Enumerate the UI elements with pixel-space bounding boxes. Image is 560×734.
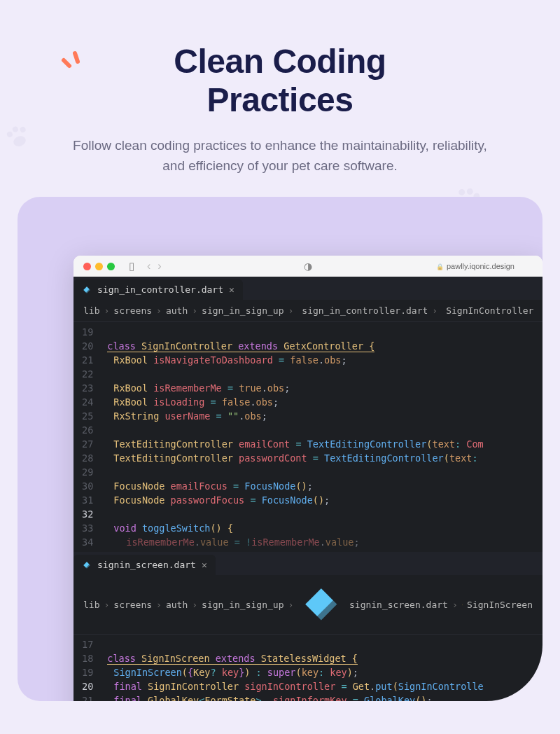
code-line[interactable]: RxBool isLoading = false.obs; [100,395,542,409]
breadcrumb-segment[interactable]: sign_in_controller.dart [302,305,428,316]
tab-label: signin_screen.dart [97,560,196,570]
chevron-right-icon: › [104,305,109,316]
tab-close-icon[interactable]: ✕ [229,284,234,295]
window-minimize-button[interactable] [95,263,103,270]
editor-pane-1: sign_in_controller.dart✕lib›screens›auth… [74,277,542,552]
line-number: 20 [82,679,93,693]
address-bar-url[interactable]: pawlly.iqonic.design [436,262,514,270]
chevron-right-icon: › [192,305,197,316]
code-line[interactable]: TextEditingController passwordCont = Tex… [100,451,542,465]
code-line[interactable]: FocusNode passwordFocus = FocusNode(); [100,493,542,507]
file-tab[interactable]: signin_screen.dart✕ [74,555,216,575]
line-number: 28 [82,451,93,465]
chevron-right-icon: › [288,600,293,610]
code-line[interactable]: final SignInController signInController … [100,679,542,693]
code-line[interactable]: isRememberMe.value = !isRememberMe.value… [100,535,542,549]
dart-file-icon [298,581,345,628]
code-line[interactable]: void toggleSwitch() { [100,521,542,535]
code-line[interactable] [100,325,542,339]
code-line[interactable]: RxBool isNavigateToDashboard = false.obs… [100,353,542,367]
line-number: 22 [82,367,93,381]
breadcrumb-segment[interactable]: auth [166,305,188,316]
line-number: 21 [82,693,93,701]
chevron-right-icon: › [452,600,458,610]
line-number: 18 [82,651,93,665]
line-number: 31 [82,493,93,507]
svg-point-4 [458,188,465,196]
line-number-gutter: 19202122232425262728293031323334 [74,322,100,552]
code-line[interactable]: class SignInController extends GetxContr… [100,339,542,353]
line-number: 27 [82,437,93,451]
code-area[interactable]: 19202122232425262728293031323334class Si… [74,322,542,552]
code-line[interactable]: RxString userName = "".obs; [100,409,542,423]
svg-point-5 [466,188,474,195]
chevron-right-icon: › [156,305,162,316]
svg-point-1 [12,126,19,133]
code-line[interactable]: SignInScreen({Key? key}) : super(key: ke… [100,665,542,679]
line-number-gutter: 1718192021222324 [74,635,100,701]
breadcrumb-segment[interactable]: lib [83,305,99,316]
file-tab[interactable]: sign_in_controller.dart✕ [74,279,243,300]
code-body[interactable]: class SignInScreen extends StatelessWidg… [100,635,542,701]
tab-bar: sign_in_controller.dart✕ [74,277,542,300]
line-number: 17 [82,637,93,651]
line-number: 30 [82,479,93,493]
breadcrumb-segment[interactable]: sign_in_sign_up [202,305,284,316]
code-line[interactable] [100,637,542,651]
code-line[interactable]: TextEditingController emailCont = TextEd… [100,437,542,451]
code-area[interactable]: 1718192021222324class SignInScreen exten… [74,635,542,701]
line-number: 23 [82,381,93,395]
title-line-2: Practices [207,81,354,118]
title-line-1: Clean Coding [174,43,386,80]
chevron-right-icon: › [104,600,109,610]
sidebar-toggle-icon[interactable]: ▯ [129,260,134,272]
line-number: 32 [82,507,93,521]
line-number: 33 [82,521,93,535]
nav-back-icon[interactable]: ‹ [147,260,150,272]
code-line[interactable] [100,465,542,479]
line-number: 20 [82,339,93,353]
code-line[interactable] [100,367,542,381]
chevron-right-icon: › [288,305,293,316]
shield-icon[interactable]: ◑ [304,261,312,272]
page-subtitle: Follow clean coding practices to enhance… [42,136,518,176]
code-line[interactable]: FocusNode emailFocus = FocusNode(); [100,479,542,493]
breadcrumb-segment[interactable]: screens [113,600,152,610]
chevron-right-icon: › [156,600,162,610]
line-number: 21 [82,353,93,367]
svg-point-2 [20,126,27,133]
breadcrumb-segment[interactable]: SignInController [446,305,533,316]
nav-forward-icon[interactable]: › [158,260,161,272]
line-number: 19 [82,325,93,339]
line-number: 19 [82,665,93,679]
code-line[interactable]: final GlobalKey<FormState> _signInformKe… [100,693,542,701]
editor-card: ▯ ‹ › ◑ pawlly.iqonic.design sign_in_con… [18,197,542,701]
code-body[interactable]: class SignInController extends GetxContr… [100,322,542,552]
breadcrumb: lib›screens›auth›sign_in_sign_up›signin_… [74,575,542,635]
editor-pane-2: signin_screen.dart✕lib›screens›auth›sign… [74,552,542,701]
code-line[interactable]: RxBool isRememberMe = true.obs; [100,381,542,395]
editor-window: ▯ ‹ › ◑ pawlly.iqonic.design sign_in_con… [74,256,542,701]
code-line[interactable] [100,423,542,437]
tab-label: sign_in_controller.dart [97,284,223,295]
breadcrumb-segment[interactable]: sign_in_sign_up [202,600,284,610]
code-line[interactable]: class SignInScreen extends StatelessWidg… [100,651,542,665]
breadcrumb-segment[interactable]: auth [166,600,188,610]
breadcrumb-segment[interactable]: SignInScreen [467,600,533,610]
chevron-right-icon: › [432,305,438,316]
breadcrumb-segment[interactable]: signin_screen.dart [349,600,448,610]
tab-close-icon[interactable]: ✕ [202,560,207,570]
window-close-button[interactable] [83,263,91,270]
line-number: 29 [82,465,93,479]
line-number: 24 [82,395,93,409]
chevron-right-icon: › [192,600,197,610]
page-title: Clean Coding Practices [42,42,518,119]
breadcrumb-segment[interactable]: lib [83,600,99,610]
dart-file-icon [82,285,92,295]
breadcrumb-segment[interactable]: screens [113,305,152,316]
window-maximize-button[interactable] [107,263,115,270]
line-number: 25 [82,409,93,423]
breadcrumb: lib›screens›auth›sign_in_sign_up›sign_in… [74,300,542,322]
code-line[interactable] [100,507,542,521]
svg-point-0 [6,131,13,138]
